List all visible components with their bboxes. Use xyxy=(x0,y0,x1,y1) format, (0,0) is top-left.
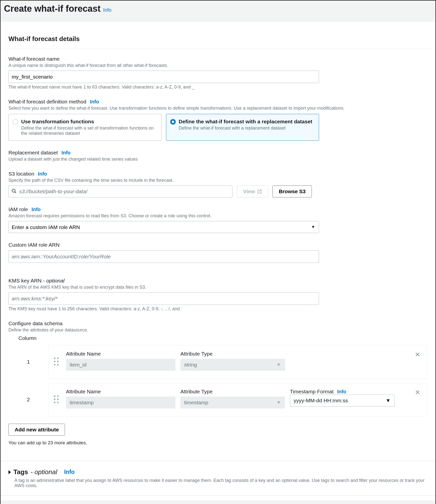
field-s3-location: S3 location Info Specify the path of the… xyxy=(8,171,428,197)
tags-optional: - optional xyxy=(31,468,57,476)
iam-label: IAM role xyxy=(8,206,28,212)
field-definition-method: What-if forecast definition method Info … xyxy=(8,99,428,141)
ts-format-label: Timestamp Format xyxy=(290,389,333,394)
svg-point-5 xyxy=(57,361,59,363)
tags-info-link[interactable]: Info xyxy=(64,469,75,475)
drag-handle-icon[interactable] xyxy=(54,395,59,405)
tags-section: Tags - optional Info A tag is an adminis… xyxy=(0,461,436,495)
remove-row-icon: ✕ xyxy=(415,389,420,396)
svg-point-10 xyxy=(54,399,55,400)
schema-row-number: 1 xyxy=(8,345,48,365)
kms-label: KMS key ARN - xyxy=(8,278,46,283)
radio-circle-icon xyxy=(13,119,18,125)
svg-line-1 xyxy=(15,192,16,193)
s3-label: S3 location xyxy=(8,171,34,177)
caret-down-icon: ▼ xyxy=(276,400,281,406)
s3-desc: Specify the path of the CSV file contain… xyxy=(8,178,428,183)
page-title: Create what-if forecast xyxy=(4,3,101,14)
method-desc: Select how you want to define the what-i… xyxy=(8,106,428,111)
schema-label: Configure data schema xyxy=(8,321,428,326)
attr-name-label: Attribute Name xyxy=(66,351,175,357)
caret-down-icon: ▼ xyxy=(276,362,281,368)
svg-point-2 xyxy=(54,358,55,359)
attr-type-label: Attribute Type xyxy=(180,389,285,395)
iam-info-link[interactable]: Info xyxy=(32,207,41,212)
method-info-link[interactable]: Info xyxy=(90,99,99,104)
browse-s3-button[interactable]: Browse S3 xyxy=(272,185,312,197)
iam-desc: Amazon forecast requires permissions to … xyxy=(8,213,428,219)
schema-row-2: 2 ✕ Attribute Name Attribute xyxy=(8,383,428,417)
attr-name-input xyxy=(66,359,175,371)
field-iam-role: IAM role Info Amazon forecast requires p… xyxy=(8,206,428,233)
name-desc: A unique name to distinguish this what-i… xyxy=(8,63,428,68)
search-icon xyxy=(11,188,16,194)
method-label: What-if forecast definition method xyxy=(8,99,86,104)
attr-name-input xyxy=(66,397,175,409)
drag-handle-icon[interactable] xyxy=(54,357,59,367)
s3-path-input[interactable] xyxy=(8,185,232,197)
caret-down-icon: ▼ xyxy=(385,398,391,404)
radio-replacement-desc: Define the what-if forecast with a repla… xyxy=(179,126,314,131)
attr-type-select: timestamp ▼ xyxy=(180,397,285,409)
attr-name-label: Attribute Name xyxy=(66,389,175,395)
schema-row-1: 1 ✕ Attribute Name Attribute xyxy=(8,345,428,379)
svg-point-11 xyxy=(57,399,59,400)
kms-optional: optional xyxy=(46,278,65,283)
attr-type-value: string xyxy=(184,362,197,368)
view-label: View xyxy=(243,188,255,194)
svg-point-6 xyxy=(54,364,55,366)
panel-title: What-if forecast details xyxy=(8,35,428,43)
replacement-label: Replacement dataset xyxy=(8,150,58,155)
page-info-link[interactable]: Info xyxy=(103,7,111,13)
field-custom-arn: Custom IAM role ARN xyxy=(8,242,428,263)
tags-title: Tags xyxy=(13,468,28,476)
s3-info-link[interactable]: Info xyxy=(38,171,47,177)
radio-transformation-title: Use transformation functions xyxy=(21,119,157,125)
radio-transformation-desc: Define the what-if forecast with a set o… xyxy=(21,126,157,136)
name-hint: The what-if forecast name must have 1 to… xyxy=(8,85,428,90)
replacement-desc: Upload a dataset with just the changed r… xyxy=(8,157,428,162)
kms-desc: The ARN of the AWS KMS key that is used … xyxy=(8,285,428,290)
name-label: What-if forecast name xyxy=(8,56,428,62)
svg-point-7 xyxy=(57,364,59,366)
field-name: What-if forecast name A unique name to d… xyxy=(8,56,428,90)
kms-input[interactable] xyxy=(8,292,319,305)
radio-replacement-title: Define the what-if forecast with a repla… xyxy=(179,119,314,125)
iam-role-select[interactable]: Enter a custom IAM role ARN xyxy=(8,221,319,233)
svg-point-3 xyxy=(57,358,59,359)
custom-arn-input[interactable] xyxy=(8,250,319,263)
name-input[interactable] xyxy=(8,71,319,83)
radio-transformation[interactable]: Use transformation functions Define the … xyxy=(8,114,162,141)
schema-column-header: Column xyxy=(8,335,428,341)
field-kms-arn: KMS key ARN - optional The ARN of the AW… xyxy=(8,278,428,312)
schema-desc: Define the attributes of your datasource… xyxy=(8,327,428,333)
add-attribute-button[interactable]: Add new attribute xyxy=(8,424,65,436)
kms-hint: The KMS key must have 1 to 256 character… xyxy=(8,306,428,312)
svg-point-4 xyxy=(54,361,55,363)
svg-point-0 xyxy=(12,189,15,192)
disclosure-triangle-icon[interactable] xyxy=(8,470,11,474)
schema-row-number: 2 xyxy=(8,383,48,403)
svg-point-12 xyxy=(54,402,55,403)
replacement-info-link[interactable]: Info xyxy=(61,150,71,155)
field-replacement-dataset: Replacement dataset Info Upload a datase… xyxy=(8,150,428,162)
attr-type-label: Attribute Type xyxy=(180,351,285,357)
external-link-icon xyxy=(257,189,262,194)
svg-point-13 xyxy=(57,402,59,403)
svg-point-8 xyxy=(54,395,55,397)
svg-point-9 xyxy=(57,395,59,397)
ts-format-value: yyyy-MM-dd HH:mm:ss xyxy=(294,398,348,404)
remove-row-icon: ✕ xyxy=(415,351,420,359)
attributes-remaining-hint: You can add up to 23 more attributes. xyxy=(8,440,428,446)
view-button: View xyxy=(237,185,268,197)
ts-format-info-link[interactable]: Info xyxy=(337,389,346,394)
field-schema: Configure data schema Define the attribu… xyxy=(8,321,428,446)
radio-circle-selected-icon xyxy=(170,119,176,125)
attr-type-select: string ▼ xyxy=(180,359,285,371)
ts-format-select[interactable]: yyyy-MM-dd HH:mm:ss ▼ xyxy=(290,395,394,407)
attr-type-value: timestamp xyxy=(184,400,208,406)
tags-desc: A tag is an administrative label that yo… xyxy=(14,478,428,488)
radio-replacement[interactable]: Define the what-if forecast with a repla… xyxy=(166,114,319,141)
custom-arn-label: Custom IAM role ARN xyxy=(8,242,428,248)
